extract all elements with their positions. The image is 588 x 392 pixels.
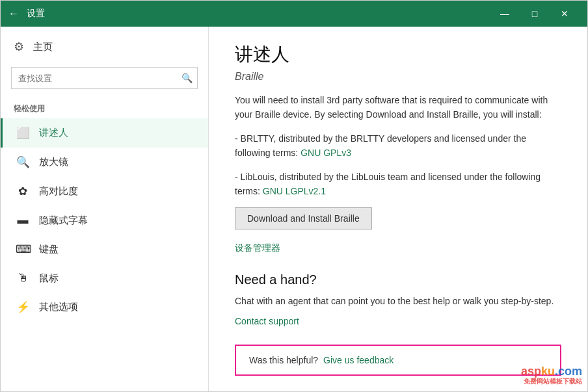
sidebar-item-captions[interactable]: ▬ 隐藏式字幕 bbox=[1, 206, 208, 235]
section-subtitle: Braille bbox=[235, 71, 561, 83]
brltty-text: - BRLTTY, distributed by the BRLTTY deve… bbox=[235, 131, 561, 161]
highcontrast-label: 高对比度 bbox=[39, 185, 78, 198]
sidebar-item-highcontrast[interactable]: ✿ 高对比度 bbox=[1, 177, 208, 206]
feedback-bar: Was this helpful? Give us feedback bbox=[235, 345, 561, 376]
sidebar-item-narrator[interactable]: ⬜ 讲述人 bbox=[1, 118, 208, 148]
back-button[interactable]: ← bbox=[8, 8, 19, 20]
feedback-link[interactable]: Give us feedback bbox=[323, 355, 394, 365]
main-content: 讲述人 Braille You will need to install 3rd… bbox=[209, 27, 587, 391]
magnifier-label: 放大镜 bbox=[39, 156, 68, 168]
sidebar-item-magnifier[interactable]: 🔍 放大镜 bbox=[1, 148, 208, 177]
close-button[interactable]: ✕ bbox=[550, 1, 580, 27]
narrator-label: 讲述人 bbox=[39, 127, 68, 139]
search-icon: 🔍 bbox=[181, 73, 193, 83]
device-manager-link[interactable]: 设备管理器 bbox=[235, 242, 561, 254]
content-area: ⚙ 主页 🔍 轻松使用 ⬜ 讲述人 🔍 放大镜 ✿ 高对比度 ▬ bbox=[1, 27, 587, 391]
search-input[interactable] bbox=[11, 67, 198, 89]
sidebar: ⚙ 主页 🔍 轻松使用 ⬜ 讲述人 🔍 放大镜 ✿ 高对比度 ▬ bbox=[1, 27, 209, 391]
highcontrast-icon: ✿ bbox=[16, 185, 30, 198]
download-install-button[interactable]: Download and Install Braille bbox=[235, 207, 372, 229]
sidebar-item-home[interactable]: ⚙ 主页 bbox=[1, 32, 208, 62]
other-icon: ⚡ bbox=[16, 300, 30, 314]
sidebar-item-other[interactable]: ⚡ 其他选项 bbox=[1, 293, 208, 322]
home-icon: ⚙ bbox=[14, 40, 24, 54]
help-section-title: Need a hand? bbox=[235, 272, 561, 287]
home-label: 主页 bbox=[33, 41, 53, 53]
sidebar-item-keyboard[interactable]: ⌨ 键盘 bbox=[1, 235, 208, 264]
keyboard-label: 键盘 bbox=[39, 243, 59, 255]
feedback-prefix: Was this helpful? bbox=[249, 355, 318, 365]
search-box: 🔍 bbox=[11, 67, 198, 89]
window: ← 设置 — □ ✕ ⚙ 主页 🔍 轻松使用 ⬜ 讲述人 bbox=[0, 0, 588, 392]
other-label: 其他选项 bbox=[39, 301, 78, 313]
help-text: Chat with an agent that can point you to… bbox=[235, 294, 561, 308]
gnu-lgplv2-link[interactable]: GNU LGPLv2.1 bbox=[263, 186, 326, 196]
contact-support-link[interactable]: Contact support bbox=[235, 316, 299, 326]
page-title: 讲述人 bbox=[235, 42, 561, 67]
titlebar: ← 设置 — □ ✕ bbox=[1, 1, 587, 27]
mouse-label: 鼠标 bbox=[39, 272, 59, 285]
narrator-icon: ⬜ bbox=[16, 126, 30, 140]
watermark-sub: 免费网站模板下载站 bbox=[521, 377, 582, 386]
window-title: 设置 bbox=[27, 8, 490, 20]
mouse-icon: 🖱 bbox=[16, 272, 30, 285]
magnifier-icon: 🔍 bbox=[16, 155, 30, 169]
window-controls: — □ ✕ bbox=[490, 1, 580, 27]
captions-icon: ▬ bbox=[16, 214, 30, 227]
captions-label: 隐藏式字幕 bbox=[39, 215, 88, 227]
gnu-gplv3-link[interactable]: GNU GPLv3 bbox=[301, 148, 351, 158]
maximize-button[interactable]: □ bbox=[520, 1, 550, 27]
description-text: You will need to install 3rd party softw… bbox=[235, 93, 561, 122]
sidebar-item-mouse[interactable]: 🖱 鼠标 bbox=[1, 264, 208, 293]
sidebar-section-label: 轻松使用 bbox=[1, 94, 208, 118]
keyboard-icon: ⌨ bbox=[16, 242, 30, 256]
minimize-button[interactable]: — bbox=[490, 1, 520, 27]
liblouis-text: - LibLouis, distributed by the LibLouis … bbox=[235, 170, 561, 199]
